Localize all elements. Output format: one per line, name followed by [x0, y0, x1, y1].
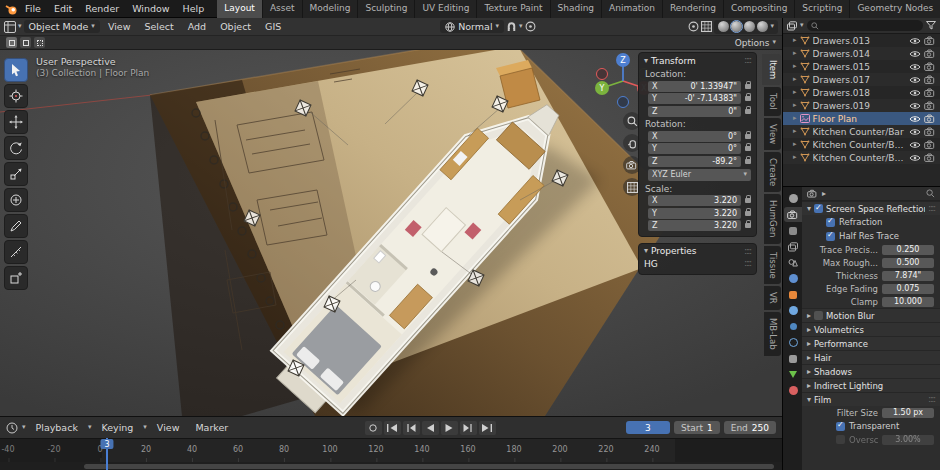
prop-tab-object[interactable]	[784, 287, 802, 302]
outliner-search-input[interactable]	[807, 20, 923, 31]
menu-file[interactable]: File	[19, 2, 47, 15]
tool-move[interactable]	[4, 110, 28, 134]
shading-solid-icon[interactable]	[731, 21, 742, 32]
expand-icon[interactable]: ▸	[793, 63, 797, 70]
jump-to-end-button[interactable]	[479, 421, 496, 435]
lock-icon[interactable]	[745, 146, 751, 151]
motion-blur-section-header[interactable]: ▸Motion Blur	[802, 308, 940, 322]
visibility-eye-icon[interactable]	[909, 63, 921, 71]
outliner-row[interactable]: ▸Drawers.018	[783, 86, 940, 99]
shading-material-icon[interactable]	[744, 21, 755, 32]
render-camera-icon[interactable]	[924, 114, 936, 123]
drag-grip-icon[interactable]: ::::	[744, 56, 751, 65]
rotation-z-field[interactable]: Z-89.2°	[648, 156, 741, 167]
visibility-eye-icon[interactable]	[909, 76, 921, 84]
sidebar-tab-humgen[interactable]: HumGen	[764, 194, 781, 243]
visibility-eye-icon[interactable]	[909, 128, 921, 136]
outliner-row[interactable]: ▸Drawers.013	[783, 34, 940, 47]
refraction-checkbox[interactable]	[826, 218, 835, 227]
menu-marker[interactable]: Marker	[189, 421, 234, 434]
render-camera-icon[interactable]	[924, 153, 936, 162]
prev-keyframe-button[interactable]	[403, 421, 420, 435]
trace-precision-field[interactable]: 0.250	[882, 245, 934, 255]
menu-select[interactable]: Select	[138, 20, 179, 33]
auto-keying-icon[interactable]	[365, 421, 382, 435]
prop-tab-object-data[interactable]	[784, 367, 802, 382]
expand-icon[interactable]: ▸	[793, 102, 797, 109]
tool-transform[interactable]	[4, 188, 28, 212]
tab-scripting[interactable]: Scripting	[795, 0, 850, 18]
render-camera-icon[interactable]	[924, 62, 936, 71]
expand-icon[interactable]: ▸	[793, 50, 797, 57]
sidebar-tab-view[interactable]: View	[764, 118, 781, 150]
prop-tab-particles[interactable]	[784, 319, 802, 334]
outliner-row[interactable]: ▸Kitchen Counter/Bar.0	[783, 151, 940, 164]
film-section-header[interactable]: ▾Film::::	[802, 392, 940, 406]
scale-x-field[interactable]: X3.220	[648, 195, 741, 206]
tool-add-primitive[interactable]	[4, 266, 28, 290]
tab-sculpting[interactable]: Sculpting	[358, 0, 415, 18]
expand-icon[interactable]: ▸	[793, 128, 797, 135]
tool-measure[interactable]	[4, 240, 28, 264]
select-mode-extend-icon[interactable]	[20, 37, 31, 48]
ssr-section-header[interactable]: ▾ Screen Space Reflections ::::	[802, 201, 940, 215]
scale-z-field[interactable]: Z3.220	[648, 220, 741, 231]
render-camera-icon[interactable]	[924, 88, 936, 97]
lock-icon[interactable]	[745, 223, 751, 228]
transparent-checkbox[interactable]	[836, 422, 845, 431]
play-button[interactable]	[441, 421, 458, 435]
rotation-mode-dropdown[interactable]: XYZ Euler▾	[648, 169, 751, 181]
expand-icon[interactable]: ▸	[793, 89, 797, 96]
performance-section-header[interactable]: ▸Performance	[802, 336, 940, 350]
tab-texture-paint[interactable]: Texture Paint	[477, 0, 550, 18]
render-camera-icon[interactable]	[924, 140, 936, 149]
outliner-editor-icon[interactable]	[787, 21, 797, 31]
tool-annotate[interactable]	[4, 214, 28, 238]
lock-icon[interactable]	[745, 84, 751, 89]
prop-tab-output[interactable]	[784, 223, 802, 238]
snap-caret-icon[interactable]: ▾	[519, 23, 523, 30]
menu-timeline-view[interactable]: View	[151, 421, 186, 434]
tab-asset[interactable]: Asset	[263, 0, 303, 18]
expand-icon[interactable]: ▸	[793, 141, 797, 148]
sidebar-tab-item[interactable]: Item	[762, 54, 781, 85]
sidebar-tab-mblab[interactable]: MB-Lab	[764, 312, 781, 356]
indirect-lighting-section-header[interactable]: ▸Indirect Lighting	[802, 378, 940, 392]
motion-blur-checkbox[interactable]	[814, 311, 823, 320]
volumetrics-section-header[interactable]: ▸Volumetrics	[802, 322, 940, 336]
outliner-row[interactable]: ▸Drawers.015	[783, 60, 940, 73]
render-camera-icon[interactable]	[924, 127, 936, 136]
prop-tab-scene[interactable]	[784, 255, 802, 270]
prop-tab-modifiers[interactable]	[784, 303, 802, 318]
outliner-row[interactable]: ▸Drawers.019	[783, 99, 940, 112]
tab-shading[interactable]: Shading	[551, 0, 603, 18]
rotation-y-field[interactable]: Y0°	[648, 143, 741, 154]
sidebar-tab-vr[interactable]: VR	[764, 286, 781, 310]
render-camera-icon[interactable]	[924, 49, 936, 58]
expand-icon[interactable]: ▸	[793, 37, 797, 44]
tab-layout[interactable]: Layout	[217, 0, 263, 18]
scale-y-field[interactable]: Y3.220	[648, 208, 741, 219]
outliner-row[interactable]: ▸Drawers.014	[783, 47, 940, 60]
lock-icon[interactable]	[745, 211, 751, 216]
lock-icon[interactable]	[745, 109, 751, 114]
thickness-field[interactable]: 7.874"	[882, 271, 934, 281]
location-x-field[interactable]: X0' 1.33947"	[648, 81, 741, 92]
jump-to-start-button[interactable]	[384, 421, 401, 435]
hg-row[interactable]: HG ::::	[639, 259, 756, 272]
transform-panel-header[interactable]: ▾ Transform ::::	[639, 53, 756, 68]
visibility-eye-icon[interactable]	[909, 115, 921, 123]
rotation-x-field[interactable]: X0°	[648, 131, 741, 142]
tab-animation[interactable]: Animation	[602, 0, 663, 18]
lock-icon[interactable]	[745, 159, 751, 164]
shading-wireframe-icon[interactable]	[718, 21, 729, 32]
filter-size-field[interactable]: 1.50 px	[882, 408, 934, 418]
gizmos-toggle-icon[interactable]	[688, 21, 699, 32]
prop-tab-physics[interactable]	[784, 335, 802, 350]
overscan-checkbox[interactable]	[836, 435, 845, 444]
tool-scale[interactable]	[4, 162, 28, 186]
outliner-row[interactable]: ▸Drawers.017	[783, 73, 940, 86]
hair-section-header[interactable]: ▸Hair	[802, 350, 940, 364]
edge-fading-field[interactable]: 0.075	[882, 284, 934, 294]
tab-geometry-nodes[interactable]: Geometry Nodes	[850, 0, 940, 18]
